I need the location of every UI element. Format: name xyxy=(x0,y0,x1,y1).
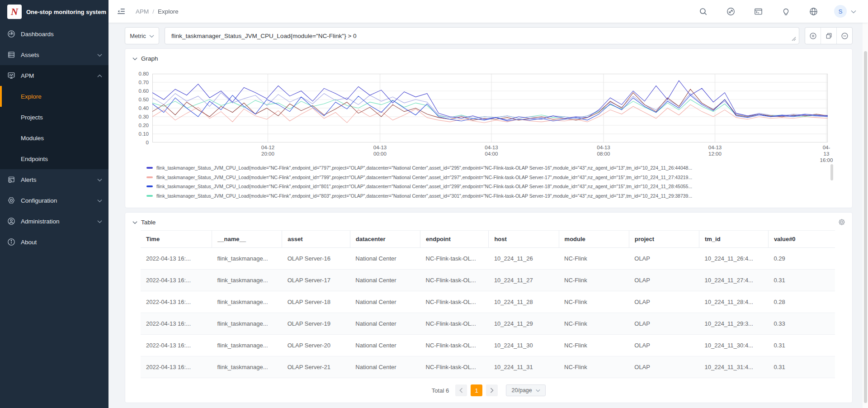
legend-scrollbar[interactable] xyxy=(830,164,833,180)
globe-icon[interactable] xyxy=(809,7,818,16)
column-header-asset: asset xyxy=(282,231,350,248)
table-cell: flink_taskmanage... xyxy=(212,356,282,378)
legend-item[interactable]: flink_taskmanager_Status_JVM_CPU_Load{mo… xyxy=(146,163,825,173)
copy-query-button[interactable] xyxy=(821,28,836,44)
x-axis-tick: 04-1308:00 xyxy=(597,144,610,157)
breadcrumb-apm[interactable]: APM xyxy=(136,8,149,15)
graph-panel-title: Graph xyxy=(141,55,158,62)
table-cell: 2022-04-13 16:... xyxy=(141,313,212,335)
table-cell: 10_224_11_28:4... xyxy=(699,291,768,313)
sidebar-item-apm[interactable]: APM xyxy=(0,65,108,86)
breadcrumb-separator: / xyxy=(152,8,154,15)
table-cell: 10_224_11_29 xyxy=(489,313,559,335)
resize-handle-icon[interactable] xyxy=(791,36,796,43)
sidebar-item-modules[interactable]: Modules xyxy=(0,128,108,148)
logo-icon: N xyxy=(7,5,22,19)
table-row: 2022-04-13 16:...flink_taskmanage...OLAP… xyxy=(141,335,835,356)
link-icon[interactable] xyxy=(726,7,735,16)
sidebar-item-administration[interactable]: Administration xyxy=(0,211,108,232)
y-axis-tick: 0.30 xyxy=(139,114,149,119)
x-axis-tick: 04-1300:00 xyxy=(373,144,387,157)
table-cell: National Center xyxy=(350,248,420,270)
search-icon[interactable] xyxy=(699,7,708,16)
table-cell: NC-Flink xyxy=(559,248,629,270)
table-cell: flink_taskmanage... xyxy=(212,270,282,291)
query-bar: Metric flink_taskmanager_Status_JVM_CPU_… xyxy=(125,27,853,44)
table-cell: 10_224_11_30:4... xyxy=(699,335,768,356)
bulb-icon[interactable] xyxy=(782,7,790,16)
pagination: Total 6 1 20/page xyxy=(125,384,852,396)
sidebar-item-about[interactable]: About xyxy=(0,232,108,252)
table-cell: 10_224_11_29:3... xyxy=(699,313,768,335)
pagination-next-button[interactable] xyxy=(486,384,498,396)
sidebar-item-projects[interactable]: Projects xyxy=(0,107,108,128)
graph-panel-header[interactable]: Graph xyxy=(125,49,852,62)
apm-icon xyxy=(7,71,15,80)
table-cell: NC-Flink xyxy=(559,313,629,335)
table-cell: OLAP xyxy=(629,248,699,270)
table-cell: National Center xyxy=(350,313,420,335)
sidebar-nav: DashboardsAssetsAPMExploreProjectsModule… xyxy=(0,24,108,252)
y-axis-tick: 0.50 xyxy=(139,97,149,102)
sidebar-item-label: Alerts xyxy=(21,176,37,183)
sidebar-item-alerts[interactable]: Alerts xyxy=(0,169,108,190)
table-cell: NC-Flink-task-OL... xyxy=(420,313,489,335)
legend-item[interactable]: flink_taskmanager_Status_JVM_CPU_Load{mo… xyxy=(146,191,825,201)
table-cell: OLAP xyxy=(629,335,699,356)
column-header-value-0: value#0 xyxy=(768,231,835,248)
legend-series-swatch xyxy=(146,176,153,178)
table-panel-header[interactable]: Table xyxy=(125,213,852,226)
about-icon xyxy=(7,238,15,246)
page-size-select[interactable]: 20/page xyxy=(506,384,546,396)
sidebar-item-label: Modules xyxy=(21,135,44,142)
pagination-prev-button[interactable] xyxy=(455,384,467,396)
table-settings-gear-icon[interactable] xyxy=(838,218,846,226)
table-cell: NC-Flink-task-OL... xyxy=(420,270,489,291)
topbar-actions: S xyxy=(699,5,856,18)
table-cell: OLAP xyxy=(629,270,699,291)
dashboard-icon xyxy=(7,30,15,38)
y-axis-tick: 0.10 xyxy=(139,131,149,137)
legend-series-label: flink_taskmanager_Status_JVM_CPU_Load{mo… xyxy=(156,165,692,171)
sidebar-item-label: APM xyxy=(21,72,34,79)
metric-type-label: Metric xyxy=(130,33,146,39)
table-cell: NC-Flink xyxy=(559,270,629,291)
pagination-page-1[interactable]: 1 xyxy=(471,384,482,396)
sidebar-item-assets[interactable]: Assets xyxy=(0,44,108,65)
page-scrollbar[interactable] xyxy=(864,51,867,403)
legend-item[interactable]: flink_taskmanager_Status_JVM_CPU_Load{mo… xyxy=(146,173,825,182)
column-header-name: __name__ xyxy=(212,231,282,248)
console-icon[interactable] xyxy=(754,7,763,16)
sidebar-item-configuration[interactable]: Configuration xyxy=(0,190,108,211)
query-expression-input[interactable]: flink_taskmanager_Status_JVM_CPU_Load{mo… xyxy=(165,27,799,44)
sidebar-item-endpoints[interactable]: Endpoints xyxy=(0,148,108,169)
query-expression-text: flink_taskmanager_Status_JVM_CPU_Load{mo… xyxy=(171,33,357,39)
sidebar-item-explore[interactable]: Explore xyxy=(0,86,108,107)
page-size-value: 20/page xyxy=(512,387,532,394)
sidebar-collapse-icon[interactable] xyxy=(117,7,126,16)
legend-series-label: flink_taskmanager_Status_JVM_CPU_Load{mo… xyxy=(156,175,692,180)
topbar: APM / Explore xyxy=(108,0,868,23)
sidebar-item-label: Dashboards xyxy=(21,31,54,38)
sidebar: N One-stop monitoring system DashboardsA… xyxy=(0,0,108,408)
sidebar-item-label: Explore xyxy=(21,93,42,100)
metric-type-select[interactable]: Metric xyxy=(125,27,159,44)
graph-panel: Graph 0.800.700.600.500.400.300.200.100 … xyxy=(125,48,853,208)
table-cell: National Center xyxy=(350,291,420,313)
table-cell: NC-Flink xyxy=(559,335,629,356)
column-header-time: Time xyxy=(141,231,212,248)
avatar[interactable]: S xyxy=(834,5,847,18)
remove-query-button[interactable] xyxy=(836,28,852,44)
table-cell: National Center xyxy=(350,356,420,378)
add-query-button[interactable] xyxy=(805,28,821,44)
table-cell: flink_taskmanage... xyxy=(212,248,282,270)
plot-area xyxy=(152,74,828,142)
configuration-icon xyxy=(7,196,15,204)
legend-item[interactable]: flink_taskmanager_Status_JVM_CPU_Load{mo… xyxy=(146,182,825,191)
table-cell: OLAP Server-20 xyxy=(282,335,350,356)
breadcrumb-explore: Explore xyxy=(158,8,179,15)
table-cell: National Center xyxy=(350,335,420,356)
avatar-chevron-down-icon[interactable] xyxy=(851,7,856,15)
sidebar-item-dashboards[interactable]: Dashboards xyxy=(0,24,108,44)
legend-series-label: flink_taskmanager_Status_JVM_CPU_Load{mo… xyxy=(156,184,692,189)
